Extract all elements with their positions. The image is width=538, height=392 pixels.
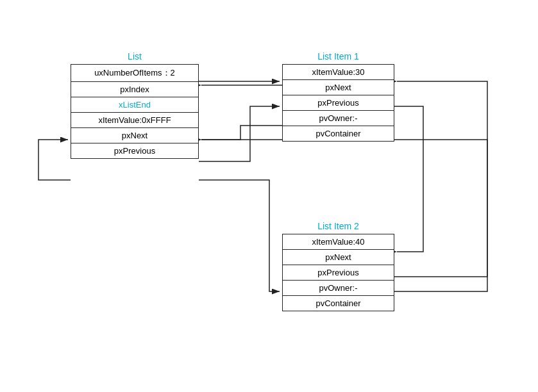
item1-pxnext: pxNext <box>283 79 394 95</box>
list-box: List uxNumberOfItems：2 pxIndex xListEnd … <box>71 51 199 159</box>
list-xlistend-label: xListEnd <box>71 97 198 112</box>
item2-pvcontainer: pvContainer <box>283 295 394 311</box>
item1-xitem-value: xItemValue:30 <box>283 65 394 79</box>
item2-pvowner: pvOwner:- <box>283 280 394 295</box>
item2-pxnext: pxNext <box>283 249 394 265</box>
list-px-index: pxIndex <box>71 81 198 97</box>
list-item2-title: List Item 2 <box>282 221 394 231</box>
item1-pxprevious: pxPrevious <box>283 95 394 110</box>
list-pxprevious: pxPrevious <box>71 143 198 158</box>
list-title: List <box>71 51 199 61</box>
item1-pvcontainer: pvContainer <box>283 126 394 141</box>
item2-xitem-value: xItemValue:40 <box>283 234 394 249</box>
list-ux-number: uxNumberOfItems：2 <box>71 65 198 81</box>
item1-pvowner: pvOwner:- <box>283 110 394 126</box>
list-item2-box: List Item 2 xItemValue:40 pxNext pxPrevi… <box>282 221 394 311</box>
list-item1-title: List Item 1 <box>282 51 394 61</box>
diagram: List uxNumberOfItems：2 pxIndex xListEnd … <box>0 0 538 392</box>
list-pxnext: pxNext <box>71 127 198 143</box>
list-item1-box: List Item 1 xItemValue:30 pxNext pxPrevi… <box>282 51 394 142</box>
item2-pxprevious: pxPrevious <box>283 265 394 280</box>
list-xitem-value: xItemValue:0xFFFF <box>71 112 198 127</box>
